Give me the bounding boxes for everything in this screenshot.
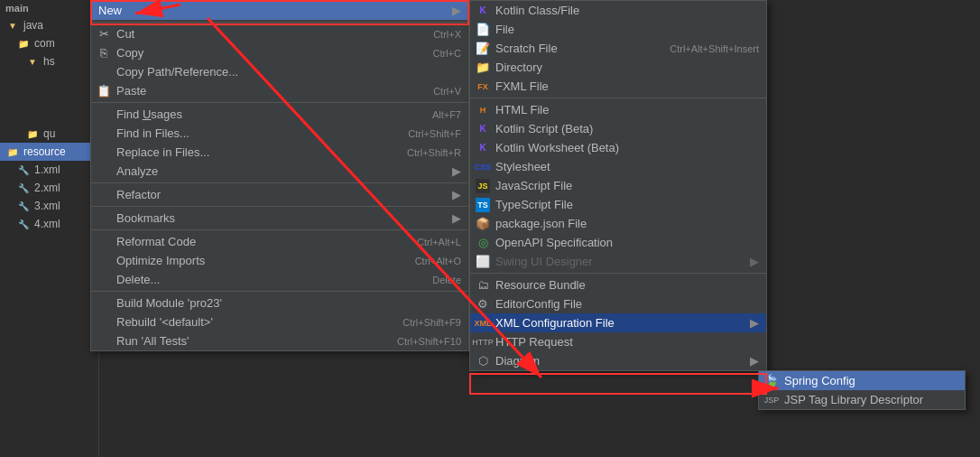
kotlin-icon: K xyxy=(476,4,490,18)
submenu-item-kotlin-script[interactable]: K Kotlin Script (Beta) xyxy=(470,119,766,138)
submenu-item-http[interactable]: HTTP HTTP Request xyxy=(470,332,766,351)
submenu-item-diagram[interactable]: ⬡ Diagram ▶ xyxy=(470,351,766,370)
sidebar-item-resources[interactable]: 📁 qu xyxy=(0,125,98,143)
find-usages-shortcut: Alt+F7 xyxy=(414,109,461,120)
html-icon: H xyxy=(476,103,490,117)
menu-item-analyze[interactable]: Analyze ▶ xyxy=(91,162,468,181)
sidebar-label-java: java xyxy=(23,19,43,32)
find-in-files-shortcut: Ctrl+Shift+F xyxy=(390,128,461,139)
submenu-item-stylesheet[interactable]: CSS Stylesheet xyxy=(470,157,766,176)
xml-file-icon: 🔧 xyxy=(16,217,31,231)
submenu-item-swing[interactable]: ⬜ Swing UI Designer ▶ xyxy=(470,252,766,271)
xml-config-arrow: ▶ xyxy=(750,316,759,330)
submenu-item-resource-bundle[interactable]: 🗂 Resource Bundle xyxy=(470,275,766,294)
sidebar-item-hs[interactable]: ▼ hs xyxy=(0,52,98,70)
openapi-icon: ◎ xyxy=(476,236,490,250)
submenu-item-openapi[interactable]: ◎ OpenAPI Specification xyxy=(470,233,766,252)
menu-item-optimize-imports[interactable]: Optimize Imports Ctrl+Alt+O xyxy=(91,251,468,270)
folder-icon: 📁 xyxy=(5,145,20,159)
folder-icon: 📁 xyxy=(16,36,31,51)
spring-icon: 🍃 xyxy=(764,374,779,388)
sidebar-item-3xml[interactable]: 🔧 3.xml xyxy=(0,197,98,215)
menu-item-copy-path[interactable]: Copy Path/Reference... xyxy=(91,62,468,81)
scratch-shortcut: Ctrl+Alt+Shift+Insert xyxy=(652,43,759,54)
arrow-icon: ▶ xyxy=(452,4,461,17)
rebuild-shortcut: Ctrl+Shift+F9 xyxy=(384,317,461,328)
folder-icon: 📁 xyxy=(25,126,40,141)
separator-2 xyxy=(91,102,468,103)
separator-new-2 xyxy=(470,273,766,274)
sidebar-label-4xml: 4.xml xyxy=(34,218,60,230)
diagram-arrow: ▶ xyxy=(750,354,759,368)
diagram-icon: ⬡ xyxy=(476,354,490,368)
submenu-label-http: HTTP Request xyxy=(495,335,573,349)
sidebar-label-com: com xyxy=(34,37,55,50)
submenu-item-fxml[interactable]: FX FXML File xyxy=(470,77,766,96)
sidebar-item-4xml[interactable]: 🔧 4.xml xyxy=(0,215,98,233)
submenu-item-js[interactable]: JS JavaScript File xyxy=(470,176,766,195)
menu-item-refactor[interactable]: Refactor ▶ xyxy=(91,185,468,204)
separator-3 xyxy=(91,182,468,183)
menu-label-build-module: Build Module 'pro23' xyxy=(116,296,222,310)
sidebar-label-hs: hs xyxy=(43,55,55,68)
refactor-arrow: ▶ xyxy=(452,188,461,201)
submenu-label-pkg: package.json File xyxy=(495,217,587,230)
submenu-label-stylesheet: Stylesheet xyxy=(495,160,550,173)
submenu-item-kotlin-class[interactable]: K Kotlin Class/File xyxy=(470,1,766,20)
menu-label-bookmarks: Bookmarks xyxy=(116,211,175,225)
xml-file-icon: 🔧 xyxy=(16,181,31,195)
copy-shortcut: Ctrl+C xyxy=(415,48,461,59)
submenu-item-pkg[interactable]: 📦 package.json File xyxy=(470,214,766,233)
menu-item-find-in-files[interactable]: Find in Files... Ctrl+Shift+F xyxy=(91,124,468,143)
menu-item-build-module[interactable]: Build Module 'pro23' xyxy=(91,294,468,312)
submenu-item-scratch[interactable]: 📝 Scratch File Ctrl+Alt+Shift+Insert xyxy=(470,39,766,58)
sidebar-item-com[interactable]: 📁 com xyxy=(0,34,98,52)
submenu-label-scratch: Scratch File xyxy=(495,42,558,55)
sidebar: main ▼ java 📁 com ▼ hs 📁 qu 📁 resource 🔧… xyxy=(0,0,99,457)
submenu-label-file: File xyxy=(495,23,514,36)
menu-item-cut[interactable]: ✂ Cut Ctrl+X xyxy=(91,24,468,43)
submenu-item-kotlin-worksheet[interactable]: K Kotlin Worksheet (Beta) xyxy=(470,138,766,157)
submenu-label-diagram: Diagram xyxy=(495,354,540,368)
sidebar-label-3xml: 3.xml xyxy=(34,200,60,212)
submenu-item-html[interactable]: H HTML File xyxy=(470,100,766,119)
menu-item-replace-in-files[interactable]: Replace in Files... Ctrl+Shift+R xyxy=(91,143,468,162)
paste-shortcut: Ctrl+V xyxy=(415,86,461,97)
separator-new-1 xyxy=(470,98,766,98)
sidebar-item-resources-selected[interactable]: 📁 resource xyxy=(0,143,98,161)
menu-label-new: New xyxy=(98,4,122,17)
menu-item-rebuild[interactable]: Rebuild '<default>' Ctrl+Shift+F9 xyxy=(91,312,468,331)
sidebar-item-2xml[interactable]: 🔧 2.xml xyxy=(0,179,98,197)
menu-label-rebuild: Rebuild '<default>' xyxy=(116,315,213,329)
submenu-item-ts[interactable]: TS TypeScript File xyxy=(470,195,766,214)
menu-item-new[interactable]: New ▶ xyxy=(91,1,468,20)
submenu-xml: 🍃 Spring Config JSP JSP Tag Library Desc… xyxy=(758,370,966,410)
menu-item-find-usages[interactable]: Find Usages Alt+F7 xyxy=(91,105,468,124)
delete-shortcut: Delete xyxy=(414,275,461,285)
menu-item-delete[interactable]: Delete... Delete xyxy=(91,270,468,289)
sidebar-item-1xml[interactable]: 🔧 1.xml xyxy=(0,161,98,179)
submenu-item-file[interactable]: 📄 File xyxy=(470,20,766,39)
analyze-arrow: ▶ xyxy=(452,164,461,178)
menu-item-bookmarks[interactable]: Bookmarks ▶ xyxy=(91,209,468,228)
sidebar-label-qu: qu xyxy=(43,127,55,140)
submenu-item-xml-config[interactable]: XML XML Configuration File ▶ xyxy=(470,313,766,332)
submenu-item-directory[interactable]: 📁 Directory xyxy=(470,58,766,77)
run-tests-shortcut: Ctrl+Shift+F10 xyxy=(379,336,461,347)
submenu-item-jsp[interactable]: JSP JSP Tag Library Descriptor xyxy=(759,390,965,409)
submenu-item-editorconfig[interactable]: ⚙ EditorConfig File xyxy=(470,294,766,313)
jsp-icon: JSP xyxy=(764,393,779,407)
cut-icon: ✂ xyxy=(97,27,111,42)
menu-item-copy[interactable]: ⎘ Copy Ctrl+C xyxy=(91,43,468,62)
menu-item-reformat[interactable]: Reformat Code Ctrl+Alt+L xyxy=(91,232,468,251)
menu-item-run-tests[interactable]: Run 'All Tests' Ctrl+Shift+F10 xyxy=(91,331,468,350)
menu-label-refactor: Refactor xyxy=(116,188,161,201)
sidebar-label-2xml: 2.xml xyxy=(34,182,60,194)
kotlin-script-icon: K xyxy=(476,122,490,136)
sidebar-label-1xml: 1.xml xyxy=(34,163,60,176)
sidebar-item-java[interactable]: ▼ java xyxy=(0,16,98,34)
menu-item-paste[interactable]: 📋 Paste Ctrl+V xyxy=(91,81,468,100)
pkg-icon: 📦 xyxy=(476,217,490,231)
xml-file-icon: 🔧 xyxy=(16,163,31,177)
submenu-item-spring-config[interactable]: 🍃 Spring Config xyxy=(759,371,965,390)
